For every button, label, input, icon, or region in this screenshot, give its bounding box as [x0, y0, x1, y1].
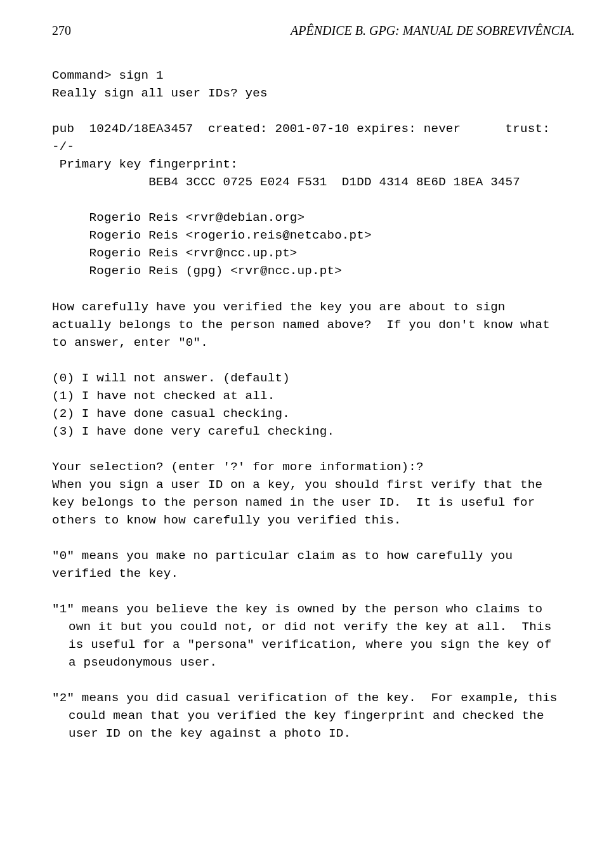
paragraph-meaning-1: "1" means you believe the key is owned b… — [52, 600, 575, 671]
paragraph-options: (0) I will not answer. (default) (1) I h… — [52, 369, 575, 440]
text-line: "2" means you did casual verification of… — [52, 689, 575, 707]
paragraph-cmd: Command> sign 1 Really sign all user IDs… — [52, 67, 575, 102]
page-title: APÊNDICE B. GPG: MANUAL DE SOBREVIVÊNCIA… — [291, 22, 575, 40]
text-line: "1" means you believe the key is owned b… — [52, 600, 575, 618]
paragraph-meaning-2: "2" means you did casual verification of… — [52, 689, 575, 742]
paragraph-selection: Your selection? (enter '?' for more info… — [52, 458, 575, 529]
paragraph-uids: Rogerio Reis <rvr@debian.org> Rogerio Re… — [52, 209, 575, 280]
paragraph-question: How carefully have you verified the key … — [52, 298, 575, 352]
page-number: 270 — [52, 22, 71, 40]
text-block: could mean that you verified the key fin… — [69, 707, 575, 742]
page-header: 270 APÊNDICE B. GPG: MANUAL DE SOBREVIVÊ… — [52, 22, 575, 40]
text-block: own it but you could not, or did not ver… — [69, 618, 575, 671]
paragraph-pubkey: pub 1024D/18EA3457 created: 2001-07-10 e… — [52, 120, 575, 191]
paragraph-meaning-0: "0" means you make no particular claim a… — [52, 547, 575, 582]
